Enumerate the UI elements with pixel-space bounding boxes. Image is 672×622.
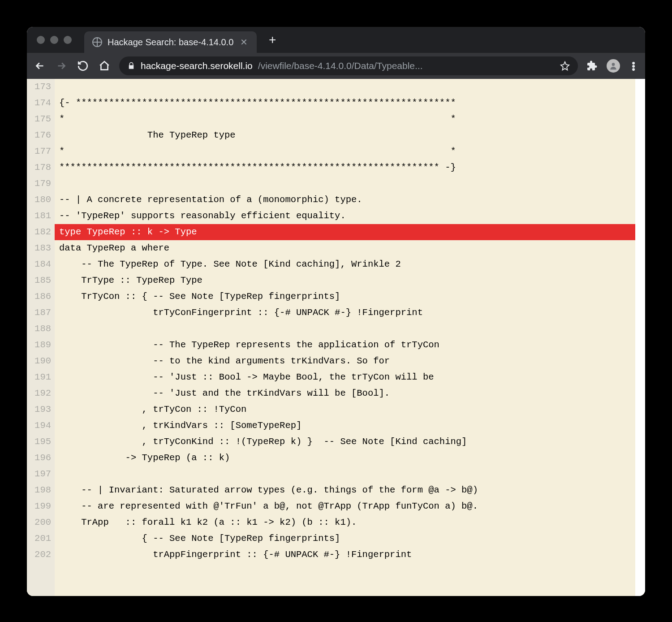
code-line[interactable]: , trKindVars :: [SomeTypeRep] [55, 418, 645, 434]
code-line[interactable]: trAppFingerprint :: {-# UNPACK #-} !Fing… [55, 547, 645, 563]
line-number: 200 [30, 514, 51, 531]
url-host: hackage-search.serokell.io [141, 60, 253, 71]
line-number: 198 [30, 482, 51, 498]
forward-button[interactable] [55, 60, 68, 72]
code-line[interactable]: * * [55, 111, 645, 127]
line-number: 196 [30, 450, 51, 466]
code-line[interactable]: { -- See Note [TypeRep fingerprints] [55, 531, 645, 547]
line-number: 202 [30, 547, 51, 563]
line-number: 190 [30, 353, 51, 369]
code-area[interactable]: {- *************************************… [55, 79, 645, 596]
tab-strip: Hackage Search: base-4.14.0.0 ✕ + [27, 27, 645, 53]
lock-icon [127, 62, 135, 70]
back-button[interactable] [33, 60, 47, 72]
line-number: 176 [30, 127, 51, 143]
svg-point-0 [612, 63, 615, 66]
code-line[interactable]: type TypeRep :: k -> Type [55, 224, 645, 240]
tab-title: Hackage Search: base-4.14.0.0 [108, 37, 233, 48]
window-controls [37, 36, 72, 44]
code-line[interactable]: -- The TypeRep represents the applicatio… [55, 337, 645, 353]
code-line[interactable]: , trTyConKind :: !(TypeRep k) } -- See N… [55, 434, 645, 450]
code-line[interactable]: -- 'Just :: Bool -> Maybe Bool, the trTy… [55, 369, 645, 385]
code-line[interactable]: -- The TypeRep of Type. See Note [Kind c… [55, 256, 645, 272]
code-line[interactable]: -- to the kind arguments trKindVars. So … [55, 353, 645, 369]
address-bar[interactable]: hackage-search.serokell.io/viewfile/base… [119, 56, 578, 75]
line-number: 195 [30, 434, 51, 450]
line-number: 173 [30, 79, 51, 95]
extensions-icon[interactable] [586, 60, 599, 71]
code-line[interactable]: {- *************************************… [55, 95, 645, 111]
source-viewer: 1731741751761771781791801811821831841851… [27, 79, 645, 596]
browser-tab[interactable]: Hackage Search: base-4.14.0.0 ✕ [84, 31, 257, 53]
line-number: 187 [30, 305, 51, 321]
line-number: 194 [30, 418, 51, 434]
line-number-gutter: 1731741751761771781791801811821831841851… [27, 79, 55, 596]
code-line[interactable]: -- | A concrete representation of a (mon… [55, 192, 645, 208]
code-line[interactable] [55, 79, 645, 95]
line-number: 179 [30, 176, 51, 192]
code-line[interactable]: TrApp :: forall k1 k2 (a :: k1 -> k2) (b… [55, 514, 645, 531]
code-line[interactable]: -- | Invariant: Saturated arrow types (e… [55, 482, 645, 498]
home-button[interactable] [98, 60, 111, 72]
code-line[interactable]: TrType :: TypeRep Type [55, 272, 645, 289]
browser-window: Hackage Search: base-4.14.0.0 ✕ + hackag… [27, 27, 645, 596]
line-number: 178 [30, 160, 51, 176]
reload-button[interactable] [76, 60, 90, 72]
line-number: 192 [30, 385, 51, 402]
bookmark-star-icon[interactable] [560, 61, 570, 71]
code-line[interactable]: , trTyCon :: !TyCon [55, 402, 645, 418]
window-maximize-button[interactable] [64, 36, 72, 44]
line-number: 186 [30, 289, 51, 305]
code-line[interactable]: -- are represented with @'TrFun' a b@, n… [55, 498, 645, 514]
code-line[interactable] [55, 176, 645, 192]
code-line[interactable]: TrTyCon :: { -- See Note [TypeRep finger… [55, 289, 645, 305]
code-line[interactable] [55, 321, 645, 337]
code-line[interactable]: * * [55, 143, 645, 160]
profile-avatar[interactable] [607, 59, 620, 73]
code-line[interactable] [55, 466, 645, 482]
window-minimize-button[interactable] [50, 36, 58, 44]
line-number: 199 [30, 498, 51, 514]
line-number: 189 [30, 337, 51, 353]
line-number: 175 [30, 111, 51, 127]
browser-toolbar: hackage-search.serokell.io/viewfile/base… [27, 53, 645, 79]
code-line[interactable]: ****************************************… [55, 160, 645, 176]
line-number: 184 [30, 256, 51, 272]
url-path: /viewfile/base-4.14.0.0/Data/Typeable... [258, 60, 555, 71]
line-number: 182 [30, 224, 51, 240]
line-number: 177 [30, 143, 51, 160]
code-line[interactable]: -- 'TypeRep' supports reasonably efficie… [55, 208, 645, 224]
line-number: 193 [30, 402, 51, 418]
line-number: 183 [30, 240, 51, 256]
code-line[interactable]: trTyConFingerprint :: {-# UNPACK #-} !Fi… [55, 305, 645, 321]
browser-menu-button[interactable]: ••• [628, 61, 639, 71]
vertical-scrollbar[interactable] [635, 79, 645, 596]
line-number: 181 [30, 208, 51, 224]
line-number: 174 [30, 95, 51, 111]
code-line[interactable]: -> TypeRep (a :: k) [55, 450, 645, 466]
line-number: 191 [30, 369, 51, 385]
window-close-button[interactable] [37, 36, 45, 44]
globe-icon [92, 37, 102, 47]
code-line[interactable]: data TypeRep a where [55, 240, 645, 256]
tab-close-button[interactable]: ✕ [239, 37, 249, 48]
code-line[interactable]: The TypeRep type [55, 127, 645, 143]
line-number: 180 [30, 192, 51, 208]
line-number: 197 [30, 466, 51, 482]
line-number: 188 [30, 321, 51, 337]
new-tab-button[interactable]: + [266, 33, 279, 47]
line-number: 185 [30, 272, 51, 289]
line-number: 201 [30, 531, 51, 547]
code-line[interactable]: -- 'Just and the trKindVars will be [Boo… [55, 385, 645, 402]
